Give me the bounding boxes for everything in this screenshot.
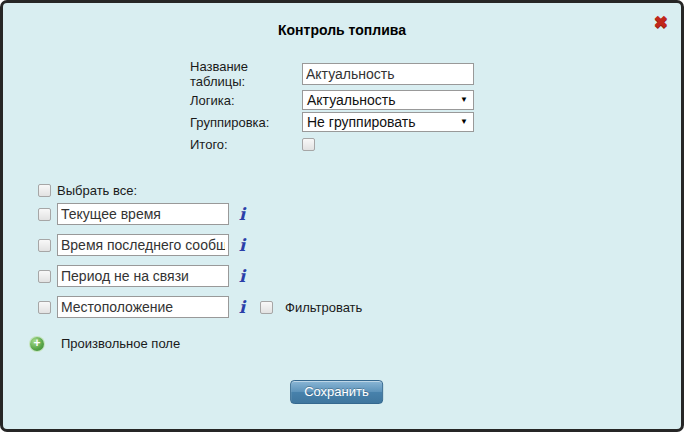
info-icon[interactable]: i xyxy=(236,268,248,285)
filter-label: Фильтровать xyxy=(285,300,362,315)
last-message-time-checkbox[interactable] xyxy=(38,239,51,252)
plus-glyph: + xyxy=(33,336,40,350)
select-all-label: Выбрать все: xyxy=(57,183,137,198)
table-settings-form: Название таблицы: Логика: Актуальность ▼… xyxy=(190,63,474,152)
logic-select-value: Актуальность xyxy=(307,92,396,108)
total-row: Итого: xyxy=(190,136,474,152)
logic-row: Логика: Актуальность ▼ xyxy=(190,90,474,110)
column-row-last-message-time: i xyxy=(38,234,362,256)
offline-period-input[interactable] xyxy=(57,265,229,287)
add-custom-field-label[interactable]: Произвольное поле xyxy=(61,336,180,351)
add-icon[interactable]: + xyxy=(30,337,44,351)
select-all-checkbox[interactable] xyxy=(38,184,51,197)
table-name-row: Название таблицы: xyxy=(190,63,474,85)
dialog-title: Контроль топлива xyxy=(3,22,681,38)
logic-select[interactable]: Актуальность ▼ xyxy=(302,90,474,110)
column-row-location: i Фильтровать xyxy=(38,296,362,318)
offline-period-checkbox[interactable] xyxy=(38,270,51,283)
fuel-control-dialog: Контроль топлива ✖ Название таблицы: Лог… xyxy=(0,0,684,432)
last-message-time-input[interactable] xyxy=(57,234,229,256)
column-row-current-time: i xyxy=(38,203,362,225)
info-icon[interactable]: i xyxy=(236,299,248,316)
grouping-select[interactable]: Не группировать ▼ xyxy=(302,112,474,132)
columns-list: Выбрать все: i i i i Фильтровать xyxy=(38,183,362,327)
current-time-input[interactable] xyxy=(57,203,229,225)
logic-label: Логика: xyxy=(190,93,302,108)
location-input[interactable] xyxy=(57,296,229,318)
chevron-down-icon: ▼ xyxy=(460,96,468,104)
current-time-checkbox[interactable] xyxy=(38,208,51,221)
save-button[interactable]: Сохранить xyxy=(290,380,383,404)
info-icon[interactable]: i xyxy=(236,237,248,254)
close-icon[interactable]: ✖ xyxy=(654,14,668,31)
grouping-label: Группировка: xyxy=(190,115,302,130)
total-label: Итого: xyxy=(190,137,302,152)
select-all-row: Выбрать все: xyxy=(38,183,362,197)
table-name-label: Название таблицы: xyxy=(190,59,302,89)
total-checkbox[interactable] xyxy=(302,138,315,151)
location-checkbox[interactable] xyxy=(38,301,51,314)
grouping-row: Группировка: Не группировать ▼ xyxy=(190,112,474,132)
info-icon[interactable]: i xyxy=(236,206,248,223)
table-name-input[interactable] xyxy=(302,63,474,85)
column-row-offline-period: i xyxy=(38,265,362,287)
add-custom-field-row: + Произвольное поле xyxy=(30,336,180,351)
chevron-down-icon: ▼ xyxy=(460,118,468,126)
filter-checkbox[interactable] xyxy=(260,301,273,314)
grouping-select-value: Не группировать xyxy=(307,114,416,130)
